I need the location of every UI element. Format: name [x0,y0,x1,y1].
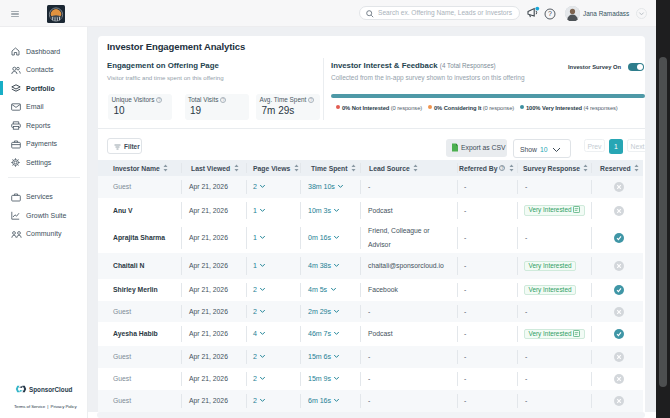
svg-text:?: ? [548,10,552,17]
